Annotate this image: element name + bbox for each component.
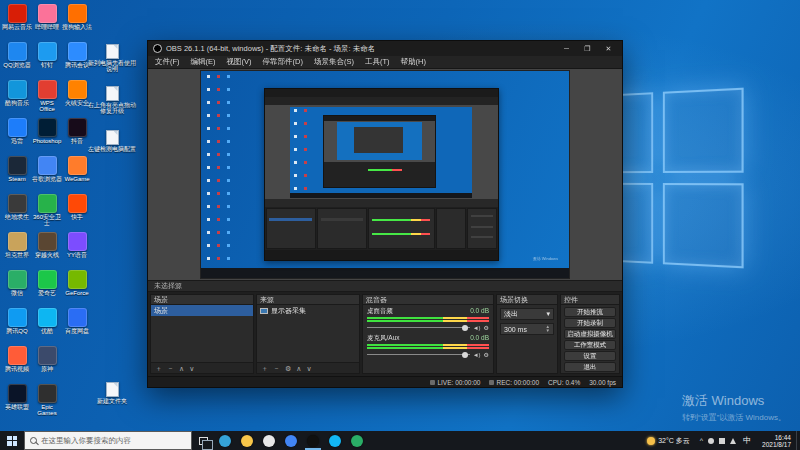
icon-label: 酷狗音乐 (2, 100, 32, 106)
taskbar-clock[interactable]: 16:44 2021/8/17 (757, 434, 796, 448)
speaker-icon[interactable]: ◄) (473, 325, 481, 331)
system-tray: ^ 中 (696, 435, 757, 446)
desktop-file[interactable]: 右上角有亮点拖动修复升级 (86, 86, 138, 114)
menu-item[interactable]: 编辑(E) (191, 57, 216, 67)
volume-slider[interactable] (367, 327, 470, 328)
desktop-file[interactable]: 左键检测电脑配置 (86, 130, 138, 152)
desktop-icon[interactable]: 谷歌浏览器 (32, 156, 62, 194)
menu-item[interactable]: 帮助(H) (401, 57, 426, 67)
desktop-icon[interactable]: 英雄联盟 (2, 384, 32, 422)
desktop-icon[interactable]: 迅雷 (2, 118, 32, 156)
obs-control-button[interactable]: 设置 (564, 351, 616, 361)
desktop-icon[interactable]: 酷狗音乐 (2, 80, 32, 118)
taskbar-app[interactable] (346, 431, 368, 450)
ime-indicator[interactable]: 中 (741, 435, 753, 446)
desktop-icon[interactable]: 腾讯视频 (2, 346, 32, 384)
volume-slider[interactable] (367, 354, 470, 355)
transition-select[interactable]: 淡出 ▾ (500, 308, 554, 320)
desktop-icon[interactable]: GeForce (62, 270, 92, 308)
taskbar-app[interactable] (324, 431, 346, 450)
mixer-dock-title[interactable]: 混音器 (363, 295, 493, 305)
file-label: 新建文件夹 (97, 398, 127, 404)
duration-spinner[interactable]: 300 ms ▲▼ (500, 323, 554, 335)
desktop-icon[interactable]: 哔哩哔哩 (32, 4, 62, 42)
taskbar-app[interactable] (258, 431, 280, 450)
menu-item[interactable]: 停靠部件(D) (263, 57, 303, 67)
taskbar-app[interactable] (236, 431, 258, 450)
desktop-icon[interactable]: WPS Office (32, 80, 62, 118)
obs-preview-area[interactable]: 激活 Windows (148, 69, 622, 280)
desktop-icon[interactable]: 穿越火线 (32, 232, 62, 270)
desktop-icon[interactable]: Photoshop (32, 118, 62, 156)
desktop-icon[interactable]: 搜狗输入法 (62, 4, 92, 42)
scene-item[interactable]: 场景 (151, 305, 253, 316)
obs-control-button[interactable]: 开始推流 (564, 307, 616, 317)
sources-tool-icon[interactable]: ＋ (261, 365, 268, 372)
desktop-icon[interactable]: 网易云音乐 (2, 4, 32, 42)
network-icon[interactable] (719, 438, 725, 444)
scenes-dock-title[interactable]: 场景 (151, 295, 253, 305)
taskbar-app[interactable] (214, 431, 236, 450)
taskbar-app[interactable] (302, 431, 324, 450)
desktop-icon[interactable]: WeGame (62, 156, 92, 194)
close-button[interactable]: ✕ (600, 42, 617, 55)
search-box[interactable]: 在这里输入你要搜索的内容 (24, 431, 192, 450)
gear-icon[interactable]: ⚙ (484, 325, 489, 331)
obs-control-button[interactable]: 工作室模式 (564, 340, 616, 350)
tray-expand-icon[interactable]: ^ (700, 437, 703, 444)
sources-tool-icon[interactable]: ∧ (296, 365, 301, 372)
scenes-tool-icon[interactable]: ＋ (155, 365, 162, 372)
transitions-dock-title[interactable]: 场景切换 (497, 295, 557, 305)
sources-dock-title[interactable]: 来源 (257, 295, 359, 305)
desktop-icon[interactable]: 钉钉 (32, 42, 62, 80)
desktop-icon[interactable]: 百度网盘 (62, 308, 92, 346)
speaker-icon[interactable]: ◄) (473, 352, 481, 358)
menu-item[interactable]: 视图(V) (227, 57, 252, 67)
gear-icon[interactable]: ⚙ (484, 352, 489, 358)
sources-tool-icon[interactable]: ⚙ (285, 365, 291, 372)
sources-tool-icon[interactable]: ∨ (306, 365, 311, 372)
app-icon (8, 118, 27, 137)
maximize-button[interactable]: ❐ (579, 42, 596, 55)
scenes-tool-icon[interactable]: ∧ (179, 365, 184, 372)
minimize-button[interactable]: ─ (558, 42, 575, 55)
menu-item[interactable]: 文件(F) (155, 57, 180, 67)
show-desktop-button[interactable] (796, 431, 800, 450)
display-capture-video[interactable]: 激活 Windows (201, 71, 569, 278)
weather-widget[interactable]: 32°C 多云 (641, 436, 696, 446)
desktop-icon[interactable]: 快手 (62, 194, 92, 232)
sound-icon[interactable] (730, 438, 736, 444)
menu-item[interactable]: 场景集合(S) (314, 57, 354, 67)
desktop-icon[interactable]: 原神 (32, 346, 62, 384)
desktop-file[interactable]: 新到电脑先看使用说明 (86, 44, 138, 72)
desktop-icon[interactable]: Steam (2, 156, 32, 194)
source-item[interactable]: 显示器采集 (257, 305, 359, 316)
desktop-icon[interactable]: 360安全卫士 (32, 194, 62, 232)
desktop-icon[interactable]: 优酷 (32, 308, 62, 346)
obs-titlebar[interactable]: OBS 26.1.1 (64-bit, windows) - 配置文件: 未命名… (148, 41, 622, 56)
controls-dock-title[interactable]: 控件 (561, 295, 619, 305)
app-icon (68, 232, 87, 251)
scenes-tool-icon[interactable]: － (167, 365, 174, 372)
taskbar-app[interactable] (280, 431, 302, 450)
desktop-icon[interactable]: 坦克世界 (2, 232, 32, 270)
scenes-tool-icon[interactable]: ∨ (189, 365, 194, 372)
desktop-file[interactable]: 新建文件夹 (86, 382, 138, 404)
obs-control-button[interactable]: 开始录制 (564, 318, 616, 328)
task-view-button[interactable] (192, 431, 214, 450)
desktop-icon[interactable]: Epic Games (32, 384, 62, 422)
weather-icon (647, 437, 655, 445)
menu-item[interactable]: 工具(T) (365, 57, 390, 67)
desktop-icon[interactable]: 腾讯QQ (2, 308, 32, 346)
start-button[interactable] (0, 431, 24, 450)
onedrive-icon[interactable] (708, 438, 714, 444)
desktop-icon[interactable]: 绝地求生 (2, 194, 32, 232)
obs-control-button[interactable]: 启动虚拟摄像机 (564, 329, 616, 339)
desktop-icon[interactable]: 微信 (2, 270, 32, 308)
desktop-icon[interactable]: QQ浏览器 (2, 42, 32, 80)
sources-tool-icon[interactable]: － (273, 365, 280, 372)
obs-control-button[interactable]: 退出 (564, 362, 616, 372)
desktop-icon[interactable]: 爱奇艺 (32, 270, 62, 308)
spinner-arrows-icon[interactable]: ▲▼ (546, 325, 550, 334)
desktop-icon[interactable]: YY语音 (62, 232, 92, 270)
